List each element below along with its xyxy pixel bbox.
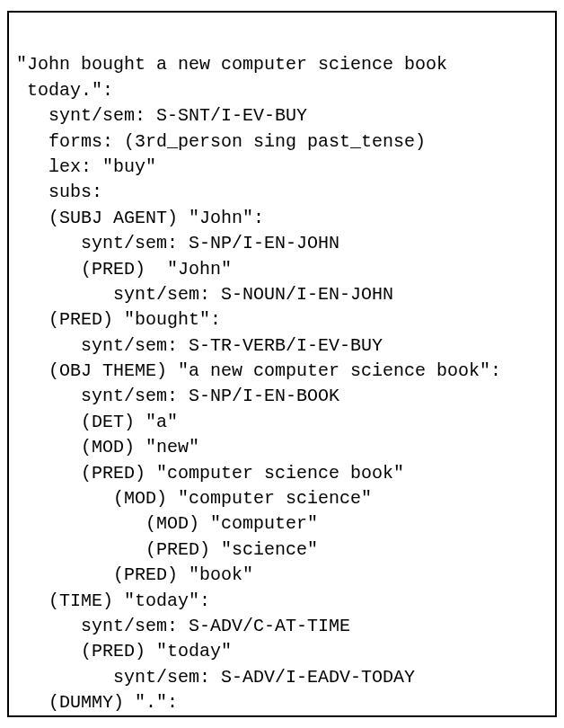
line-4: lex: "buy" xyxy=(16,156,156,177)
line-11: synt/sem: S-TR-VERB/I-EV-BUY xyxy=(16,335,383,356)
line-22: synt/sem: S-ADV/C-AT-TIME xyxy=(16,616,350,636)
line-2: synt/sem: S-SNT/I-EV-BUY xyxy=(16,105,307,126)
line-8: (PRED) "John" xyxy=(16,259,232,280)
line-3: forms: (3rd_person sing past_tense) xyxy=(16,131,426,152)
line-21: (TIME) "today": xyxy=(16,590,210,611)
line-17: (MOD) "computer science" xyxy=(16,488,372,509)
line-23: (PRED) "today" xyxy=(16,641,232,661)
line-1: today.": xyxy=(16,80,113,101)
line-19: (PRED) "science" xyxy=(16,539,318,560)
line-25: (DUMMY) ".": xyxy=(16,692,178,713)
line-15: (MOD) "new" xyxy=(16,437,199,457)
line-0: "John bought a new computer science book xyxy=(16,54,447,75)
line-20: (PRED) "book" xyxy=(16,564,253,585)
line-12: (OBJ THEME) "a new computer science book… xyxy=(16,360,501,381)
page: "John bought a new computer science book… xyxy=(0,0,564,728)
line-7: synt/sem: S-NP/I-EN-JOHN xyxy=(16,233,339,253)
line-6: (SUBJ AGENT) "John": xyxy=(16,208,264,228)
line-18: (MOD) "computer" xyxy=(16,513,318,534)
line-9: synt/sem: S-NOUN/I-EN-JOHN xyxy=(16,284,393,305)
line-24: synt/sem: S-ADV/I-EADV-TODAY xyxy=(16,667,415,688)
line-14: (DET) "a" xyxy=(16,412,178,432)
line-5: subs: xyxy=(16,182,102,202)
line-16: (PRED) "computer science book" xyxy=(16,463,404,484)
line-13: synt/sem: S-NP/I-EN-BOOK xyxy=(16,386,339,406)
parse-frame: "John bought a new computer science book… xyxy=(7,11,557,717)
line-10: (PRED) "bought": xyxy=(16,309,221,330)
